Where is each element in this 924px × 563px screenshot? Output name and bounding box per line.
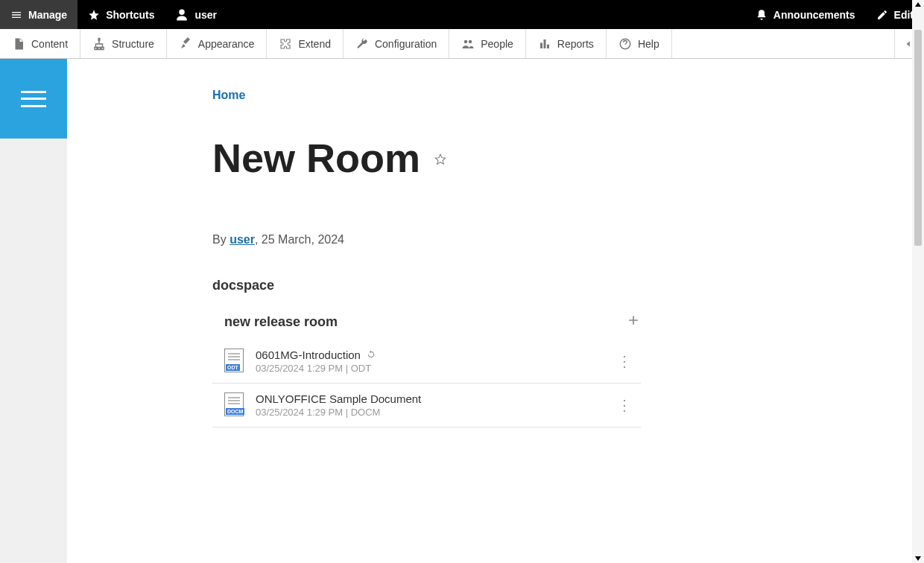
- star-outline-icon: [434, 153, 447, 166]
- file-row[interactable]: ODT 0601MG-Introduction 03/25/2024 1:29 …: [212, 340, 641, 384]
- hamburger-icon: [10, 9, 22, 21]
- file-more-button[interactable]: ⋮: [611, 354, 638, 369]
- docspace-room-panel: new release room ODT 0601MG-Introduction…: [212, 310, 641, 427]
- room-header: new release room: [212, 310, 641, 340]
- help-icon: [618, 37, 632, 51]
- main-content: Home New Room By user, 25 March, 2024 do…: [67, 59, 912, 563]
- breadcrumb-home[interactable]: Home: [212, 89, 245, 101]
- manage-menu[interactable]: Manage: [0, 0, 77, 29]
- scroll-down-icon: [915, 556, 921, 561]
- add-file-button[interactable]: [626, 313, 641, 331]
- file-icon: [12, 37, 25, 51]
- user-menu[interactable]: user: [165, 0, 227, 29]
- file-more-button[interactable]: ⋮: [611, 398, 638, 413]
- wrench-icon: [355, 37, 369, 51]
- byline-author[interactable]: user: [230, 233, 255, 246]
- page-title: New Room: [212, 135, 420, 181]
- file-badge: ODT: [226, 364, 240, 371]
- shortcuts-menu[interactable]: Shortcuts: [77, 0, 165, 29]
- tab-appearance-label: Appearance: [198, 38, 255, 50]
- people-icon: [461, 37, 475, 51]
- puzzle-icon: [279, 37, 292, 51]
- adminbar: Content Structure Appearance Extend Conf…: [0, 29, 924, 59]
- topbar: Manage Shortcuts user Announcements Edit: [0, 0, 924, 29]
- tab-configuration[interactable]: Configuration: [344, 29, 449, 58]
- user-icon: [175, 8, 189, 22]
- tab-content[interactable]: Content: [0, 29, 80, 58]
- file-type-icon: ODT: [224, 349, 245, 374]
- file-meta: 03/25/2024 1:29 PM | ODT: [256, 363, 611, 374]
- tab-help-label: Help: [638, 38, 659, 50]
- file-badge: DOCM: [226, 408, 244, 415]
- byline-date: , 25 March, 2024: [255, 233, 344, 246]
- file-name-text: ONLYOFFICE Sample Document: [256, 392, 421, 405]
- pencil-icon: [876, 9, 888, 21]
- file-type-icon: DOCM: [224, 392, 245, 418]
- tab-structure-label: Structure: [112, 38, 154, 50]
- file-meta: 03/25/2024 1:29 PM | DOCM: [256, 407, 611, 418]
- sync-icon: [367, 349, 376, 361]
- announcements-label: Announcements: [773, 9, 855, 21]
- tab-extend-label: Extend: [298, 38, 331, 50]
- tab-content-label: Content: [31, 38, 68, 50]
- scroll-up-icon: [915, 2, 921, 7]
- file-name: 0601MG-Introduction: [256, 349, 611, 361]
- sitemap-icon: [92, 37, 106, 51]
- tab-configuration-label: Configuration: [375, 38, 437, 50]
- tab-people[interactable]: People: [449, 29, 526, 58]
- favorite-toggle[interactable]: [434, 153, 447, 169]
- tab-reports[interactable]: Reports: [526, 29, 607, 58]
- barchart-icon: [538, 37, 551, 51]
- star-icon: [88, 9, 100, 21]
- bell-icon: [756, 9, 768, 21]
- tab-extend[interactable]: Extend: [267, 29, 344, 58]
- hamburger-icon: [21, 91, 46, 107]
- byline: By user, 25 March, 2024: [212, 233, 912, 246]
- sidebar-toggle[interactable]: [0, 59, 67, 139]
- scrollbar[interactable]: [912, 0, 924, 563]
- tab-appearance[interactable]: Appearance: [167, 29, 268, 58]
- file-row[interactable]: DOCM ONLYOFFICE Sample Document 03/25/20…: [212, 384, 641, 427]
- tab-people-label: People: [481, 38, 513, 50]
- section-label: docspace: [212, 278, 912, 293]
- tab-reports-label: Reports: [557, 38, 594, 50]
- tab-structure[interactable]: Structure: [80, 29, 167, 58]
- file-name: ONLYOFFICE Sample Document: [256, 392, 611, 405]
- paintbrush-icon: [179, 37, 192, 51]
- announcements-menu[interactable]: Announcements: [745, 0, 866, 29]
- manage-label: Manage: [28, 9, 67, 21]
- user-label: user: [194, 9, 217, 21]
- scroll-thumb[interactable]: [914, 30, 922, 246]
- edit-label: Edit: [894, 9, 914, 21]
- byline-by: By: [212, 233, 230, 246]
- file-name-text: 0601MG-Introduction: [256, 349, 361, 361]
- breadcrumb: Home: [212, 89, 912, 102]
- shortcuts-label: Shortcuts: [106, 9, 154, 21]
- tab-help[interactable]: Help: [607, 29, 672, 58]
- room-title: new release room: [224, 314, 626, 330]
- plus-icon: [626, 313, 641, 328]
